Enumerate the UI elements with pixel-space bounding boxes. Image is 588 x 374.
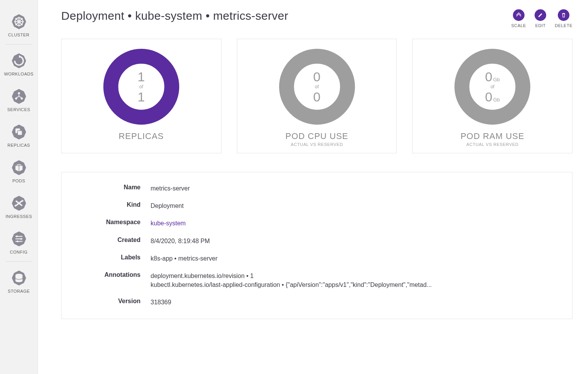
ram-donut: 0Gb of 0Gb (452, 46, 533, 127)
value-namespace[interactable]: kube-system (151, 219, 561, 228)
svg-point-25 (20, 238, 22, 240)
label-namespace: Namespace (73, 219, 151, 226)
deploy-icon (10, 52, 27, 69)
annotation-line: deployment.kubernetes.io/revision • 1 (151, 271, 561, 280)
page-title: Deployment • kube-system • metrics-serve… (61, 9, 288, 22)
sidebar-item-storage[interactable]: STORAGE (0, 263, 38, 299)
sidebar: CLUSTER WORKLOADS SERVICES REPLICAS PODS… (0, 0, 38, 374)
value-name: metrics-server (151, 184, 561, 193)
sidebar-item-label: PODS (12, 178, 25, 183)
sidebar-item-services[interactable]: SERVICES (0, 82, 38, 117)
svg-point-24 (16, 235, 18, 237)
sidebar-item-replicas[interactable]: REPLICAS (0, 117, 38, 153)
sidebar-item-pods[interactable]: PODS (0, 153, 38, 189)
ram-bottom: 0 (485, 90, 492, 103)
pencil-icon (535, 9, 546, 21)
label-created: Created (73, 237, 151, 244)
sidebar-separator (6, 44, 32, 45)
svg-point-10 (18, 92, 20, 94)
trash-icon (558, 9, 569, 21)
card-subtitle: ACTUAL VS RESERVED (466, 142, 519, 147)
sidebar-item-label: WORKLOADS (4, 72, 33, 76)
action-label: EDIT (535, 23, 546, 28)
header-actions: SCALE EDIT DELETE (511, 9, 573, 28)
ram-of: of (490, 84, 494, 89)
svg-point-26 (17, 240, 19, 242)
config-icon (10, 230, 27, 247)
storage-icon (10, 269, 27, 287)
card-title: POD RAM USE (461, 131, 525, 141)
sidebar-item-cluster[interactable]: CLUSTER (0, 7, 38, 43)
scale-button[interactable]: SCALE (511, 9, 526, 28)
value-created: 8/4/2020, 8:19:48 PM (151, 237, 561, 245)
helm-wheel-icon (10, 13, 27, 30)
value-labels: k8s-app • metrics-server (151, 254, 561, 263)
sidebar-item-workloads[interactable]: WORKLOADS (0, 46, 38, 82)
replicas-donut: 1 of 1 (101, 46, 182, 127)
scale-icon (513, 9, 525, 21)
pods-icon (10, 159, 27, 176)
label-kind: Kind (73, 201, 151, 208)
sidebar-item-label: REPLICAS (7, 143, 30, 148)
delete-button[interactable]: DELETE (555, 9, 573, 28)
edit-button[interactable]: EDIT (535, 9, 546, 28)
sidebar-item-label: CLUSTER (8, 33, 29, 37)
value-version: 318369 (151, 298, 561, 307)
label-labels: Labels (73, 254, 151, 261)
value-annotations: deployment.kubernetes.io/revision • 1 ku… (151, 271, 561, 289)
label-version: Version (73, 298, 151, 305)
sidebar-item-label: INGRESSES (5, 214, 32, 219)
replicas-of: of (139, 84, 143, 89)
sidebar-item-ingresses[interactable]: INGRESSES (0, 189, 38, 224)
cpu-card: 0 of 0 POD CPU USE ACTUAL VS RESERVED (237, 39, 397, 153)
label-annotations: Annotations (73, 271, 151, 278)
replicas-top: 1 (137, 70, 145, 83)
ram-card: 0Gb of 0Gb POD RAM USE ACTUAL VS RESERVE… (412, 39, 573, 153)
sidebar-separator (6, 261, 32, 262)
annotation-line: kubectl.kubernetes.io/last-applied-confi… (151, 280, 561, 289)
value-kind: Deployment (151, 201, 561, 210)
sidebar-item-label: SERVICES (7, 107, 30, 112)
card-title: REPLICAS (118, 131, 164, 141)
svg-rect-15 (17, 130, 22, 135)
card-title: POD CPU USE (285, 131, 348, 141)
cpu-of: of (315, 84, 319, 89)
main-area: Deployment • kube-system • metrics-serve… (38, 0, 588, 374)
ram-top-unit: Gb (493, 77, 500, 82)
replicas-card: 1 of 1 REPLICAS (61, 39, 221, 153)
sidebar-item-label: CONFIG (10, 250, 28, 254)
replicas-icon (10, 124, 27, 141)
cpu-bottom: 0 (313, 90, 321, 103)
card-subtitle: ACTUAL VS RESERVED (291, 142, 343, 147)
action-label: SCALE (511, 23, 526, 28)
services-icon (10, 88, 27, 105)
details-panel: Name metrics-server Kind Deployment Name… (61, 172, 573, 319)
cpu-top: 0 (313, 70, 321, 83)
svg-point-6 (17, 21, 20, 23)
replicas-bottom: 1 (137, 90, 145, 103)
sidebar-item-config[interactable]: CONFIG (0, 224, 38, 260)
ram-top: 0 (485, 70, 492, 83)
label-name: Name (73, 184, 151, 191)
ram-bottom-unit: Gb (493, 97, 500, 103)
cpu-donut: 0 of 0 (276, 46, 358, 127)
action-label: DELETE (555, 23, 573, 28)
sidebar-item-label: STORAGE (8, 289, 30, 293)
ingresses-icon (10, 195, 27, 212)
